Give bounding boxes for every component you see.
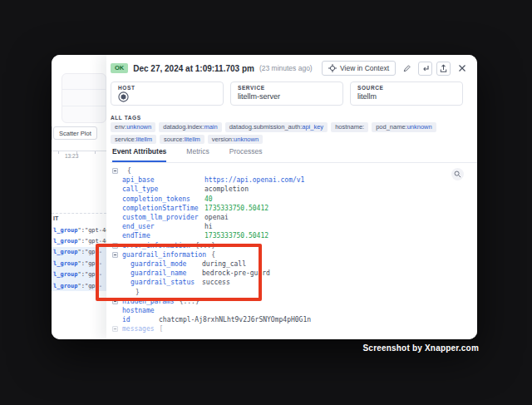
- tag-key: source:: [164, 136, 185, 143]
- tag-key: env:: [115, 123, 126, 131]
- collapse-toggle-icon[interactable]: [112, 243, 118, 249]
- host-label: HOST: [118, 85, 216, 91]
- collapse-toggle-icon[interactable]: [112, 326, 118, 332]
- log-list-item[interactable]: l_group":"gpt-4o: [52, 235, 106, 246]
- log-key: l_group: [53, 249, 78, 255]
- scatter-plot-label: Scatter Plot: [59, 130, 91, 137]
- tab[interactable]: Processes: [229, 147, 263, 162]
- json-key: endTime: [122, 232, 200, 240]
- log-list-item[interactable]: l_group":"gpt-: [52, 269, 106, 280]
- event-detail-panel: OK Dec 27, 2024 at 1:09:11.703 pm (23 mi…: [106, 55, 477, 339]
- service-box: SERVICE litellm-server: [230, 81, 343, 106]
- json-value: 1735333750.50412: [204, 205, 268, 212]
- json-key: messages: [122, 325, 155, 333]
- export-icon: [439, 64, 448, 73]
- json-row: guardrail_namebedrock-pre-guard: [111, 269, 469, 278]
- divider: [52, 126, 52, 140]
- host-box: HOST: [111, 81, 224, 106]
- json-key: completion_tokens: [122, 195, 200, 203]
- tag-pill[interactable]: hostname:: [331, 122, 368, 132]
- search-icon: [454, 170, 461, 178]
- json-row: guardrail_modeduring_call: [111, 259, 469, 269]
- json-value: https://api.openai.com/v1: [204, 176, 304, 184]
- json-key: hidden_params: [122, 298, 175, 305]
- view-in-context-button[interactable]: View in Context: [322, 61, 396, 76]
- log-rest: ":"gpt-4o: [78, 238, 106, 244]
- json-row: messages[: [111, 324, 469, 333]
- collapse-toggle-icon[interactable]: [112, 252, 118, 258]
- json-key: guardrail_information: [122, 251, 206, 259]
- tag-key: service:: [115, 136, 136, 143]
- tab[interactable]: Metrics: [186, 147, 209, 162]
- scatter-plot-button[interactable]: Scatter Plot: [53, 126, 97, 140]
- export-button[interactable]: [436, 62, 451, 76]
- facet-boxes: HOST SERVICE litellm-server SOURCE litel…: [111, 81, 463, 106]
- background-list-card: [62, 73, 106, 123]
- event-header: OK Dec 27, 2024 at 1:09:11.703 pm (23 mi…: [111, 60, 469, 77]
- json-brace: {: [127, 167, 131, 175]
- tag-value: unknown: [126, 123, 151, 131]
- event-header-left: OK Dec 27, 2024 at 1:09:11.703 pm (23 mi…: [111, 63, 313, 73]
- host-hexagon-icon: [118, 91, 216, 102]
- tag-value: unknown: [407, 123, 432, 131]
- log-key: l_group: [53, 283, 78, 289]
- json-row: {: [111, 166, 469, 175]
- axis-time-label: 13:23: [65, 153, 78, 159]
- tag-pill[interactable]: source:litellm: [160, 135, 204, 145]
- json-row: completionStartTime1735333750.50412: [111, 204, 469, 213]
- event-header-actions: View in Context: [322, 61, 469, 76]
- json-brace: {: [211, 251, 215, 259]
- log-section-header: IT: [53, 215, 58, 221]
- app-window: Scatter Plot 13:23 IT l_group":"gpt-4o l…: [52, 55, 477, 339]
- edit-button[interactable]: [400, 62, 414, 76]
- json-key: id: [122, 316, 154, 324]
- tag-pill[interactable]: datadog.index:main: [159, 122, 221, 132]
- tag-value: unknown: [234, 136, 259, 143]
- event-timestamp: Dec 27, 2024 at 1:09:11.703 pm: [133, 64, 254, 73]
- tag-pill[interactable]: env:unknown: [111, 122, 155, 132]
- screenshot-stage: Scatter Plot 13:23 IT l_group":"gpt-4o l…: [0, 0, 532, 405]
- tab[interactable]: Event Attributes: [112, 147, 166, 162]
- event-attributes-json: { api_basehttps://api.openai.com/v1 call…: [111, 166, 469, 339]
- chart-time-axis: [52, 151, 106, 151]
- json-row: error_information{...}: [111, 241, 469, 250]
- service-label: SERVICE: [238, 85, 336, 91]
- json-row: guardrail_information{: [111, 250, 469, 259]
- json-key: hostname: [122, 307, 155, 314]
- collapse-toggle-icon[interactable]: [112, 299, 118, 304]
- tag-pill[interactable]: datadog.submission_auth:api_key: [225, 122, 328, 132]
- tag-pill[interactable]: service:litellm: [111, 135, 156, 145]
- tag-pill[interactable]: pod_name:unknown: [372, 122, 436, 132]
- scope-icon: [328, 64, 337, 72]
- divider: [52, 213, 106, 214]
- tag-key: pod_name:: [376, 123, 407, 131]
- xnapper-watermark: Screenshot by Xnapper.com: [363, 343, 480, 353]
- tab-bar: Event AttributesMetricsProcesses: [111, 145, 477, 163]
- log-list-item[interactable]: l_group":"gpt-: [52, 247, 106, 258]
- tag-value: main: [204, 123, 217, 131]
- event-time-ago: (23 minutes ago): [259, 64, 313, 72]
- service-value: litellm-server: [238, 92, 336, 101]
- json-row: guardrail_statussuccess: [111, 278, 469, 287]
- log-rest: ":"gpt-: [78, 271, 103, 278]
- json-brace: {...}: [195, 242, 215, 249]
- close-button[interactable]: [455, 62, 469, 76]
- json-value: 1735333750.50412: [204, 232, 268, 240]
- log-key: l_group: [53, 238, 78, 244]
- json-value: during_call: [202, 260, 246, 268]
- log-list-item[interactable]: l_group":"gpt-4o: [52, 225, 106, 235]
- json-key: custom_llm_provider: [122, 214, 200, 221]
- tag-value: litellm: [185, 136, 200, 143]
- collapse-toggle-icon[interactable]: [112, 168, 118, 174]
- log-list-item[interactable]: l_group":"gpt-: [52, 258, 106, 269]
- shortcuts-button[interactable]: [418, 62, 432, 76]
- json-key: completionStartTime: [122, 205, 200, 212]
- search-attributes-button[interactable]: [451, 168, 464, 180]
- divider: [62, 89, 106, 90]
- source-box: SOURCE litellm: [350, 81, 463, 106]
- pencil-icon: [402, 64, 411, 73]
- tag-list: env:unknowndatadog.index:maindatadog.sub…: [111, 122, 469, 144]
- tag-pill[interactable]: version:unknown: [208, 135, 263, 145]
- log-list-item[interactable]: l_group":"gpt-: [52, 280, 106, 291]
- log-key: l_group: [53, 271, 78, 278]
